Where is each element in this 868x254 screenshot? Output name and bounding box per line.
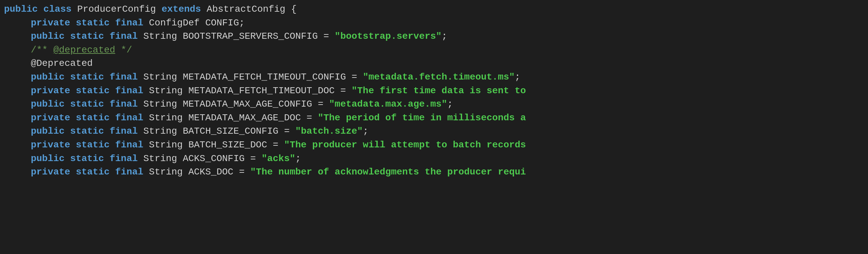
deprecated-link: @deprecated: [53, 45, 115, 55]
code-line-12: public static final String ACKS_CONFIG =…: [4, 152, 864, 166]
code-line-8: public static final String METADATA_MAX_…: [4, 98, 864, 111]
string-metadata-max-age-doc: "The period of time in milliseconds a: [318, 113, 526, 123]
semicolon-12: ;: [296, 153, 301, 164]
parent-class: AbstractConfig {: [207, 4, 297, 14]
field-bootstrap: String BOOTSTRAP_SERVERS_CONFIG =: [143, 31, 335, 41]
string-metadata-fetch-doc: "The first time data is sent to: [352, 85, 526, 96]
code-line-2: private static final ConfigDef CONFIG;: [4, 16, 864, 30]
field-acks-config: String ACKS_CONFIG =: [143, 153, 261, 164]
semicolon-1: ;: [442, 31, 447, 41]
field-config-def: ConfigDef CONFIG;: [149, 18, 245, 28]
field-acks-doc: String ACKS_DOC =: [149, 167, 250, 177]
keyword-private: private static final: [31, 18, 149, 28]
keyword-private-13: private static final: [31, 167, 149, 177]
keyword-public: public class: [4, 4, 77, 14]
keyword-public-static: public static final: [31, 31, 143, 41]
string-metadata-max-age: "metadata.max.age.ms": [329, 99, 447, 109]
keyword-private-11: private static final: [31, 140, 149, 150]
string-bootstrap-value: "bootstrap.servers": [335, 31, 441, 41]
code-line-9: private static final String METADATA_MAX…: [4, 111, 864, 125]
field-metadata-max-age-config: String METADATA_MAX_AGE_CONFIG =: [143, 99, 329, 109]
string-acks-doc: "The number of acknowledgments the produ…: [250, 167, 526, 177]
semicolon-6: ;: [515, 72, 520, 82]
keyword-private-7: private static final: [31, 85, 149, 96]
code-line-3: public static final String BOOTSTRAP_SER…: [4, 30, 864, 43]
keyword-public-8: public static final: [31, 99, 143, 109]
code-line-6: public static final String METADATA_FETC…: [4, 71, 864, 84]
code-editor: public class ProducerConfig extends Abst…: [0, 0, 868, 254]
comment-deprecated-start: /**: [31, 45, 53, 55]
semicolon-10: ;: [363, 126, 368, 136]
code-line-1: public class ProducerConfig extends Abst…: [4, 3, 864, 16]
string-metadata-fetch-timeout: "metadata.fetch.timeout.ms": [363, 72, 515, 82]
code-line-10: public static final String BATCH_SIZE_CO…: [4, 125, 864, 138]
comment-deprecated-end: */: [115, 45, 132, 55]
string-acks: "acks": [261, 153, 296, 164]
field-batch-size-config: String BATCH_SIZE_CONFIG =: [143, 126, 296, 136]
code-line-11: private static final String BATCH_SIZE_D…: [4, 138, 864, 152]
semicolon-8: ;: [447, 99, 453, 109]
code-line-7: private static final String METADATA_FET…: [4, 84, 864, 98]
keyword-private-9: private static final: [31, 113, 149, 123]
field-metadata-fetch-timeout-config: String METADATA_FETCH_TIMEOUT_CONFIG =: [143, 72, 363, 82]
code-line-4: /** @deprecated */: [4, 43, 864, 57]
class-name: ProducerConfig: [77, 4, 161, 14]
field-metadata-max-age-doc: String METADATA_MAX_AGE_DOC =: [149, 113, 318, 123]
string-batch-size: "batch.size": [296, 126, 363, 136]
field-batch-size-doc: String BATCH_SIZE_DOC =: [149, 140, 284, 150]
keyword-public-6: public static final: [31, 72, 143, 82]
annotation-deprecated: @Deprecated: [31, 58, 93, 69]
keyword-extends: extends: [161, 4, 206, 14]
code-line-5: @Deprecated: [4, 57, 864, 71]
field-metadata-fetch-timeout-doc: String METADATA_FETCH_TIMEOUT_DOC =: [149, 85, 352, 96]
string-batch-size-doc: "The producer will attempt to batch reco…: [284, 140, 526, 150]
code-line-13: private static final String ACKS_DOC = "…: [4, 166, 864, 179]
keyword-public-12: public static final: [31, 153, 143, 164]
keyword-public-10: public static final: [31, 126, 143, 136]
